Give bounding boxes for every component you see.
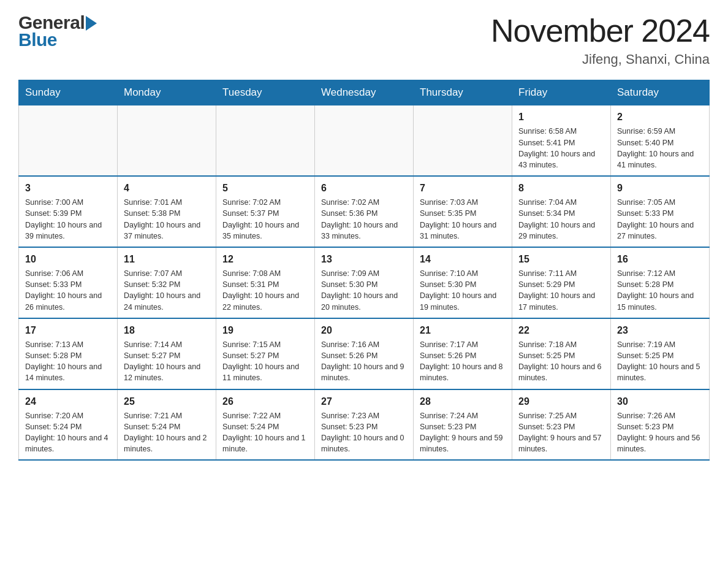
calendar-cell: 14Sunrise: 7:10 AM Sunset: 5:30 PM Dayli… (414, 247, 512, 318)
weekday-header-saturday: Saturday (611, 80, 710, 105)
day-info: Sunrise: 7:11 AM Sunset: 5:29 PM Dayligh… (518, 268, 604, 313)
calendar-cell: 6Sunrise: 7:02 AM Sunset: 5:36 PM Daylig… (315, 176, 414, 247)
day-number: 28 (420, 395, 506, 408)
day-number: 10 (25, 253, 111, 266)
day-info: Sunrise: 7:02 AM Sunset: 5:37 PM Dayligh… (222, 197, 308, 242)
calendar-cell: 3Sunrise: 7:00 AM Sunset: 5:39 PM Daylig… (19, 176, 118, 247)
day-number: 27 (321, 395, 407, 408)
day-number: 22 (518, 324, 604, 337)
month-title: November 2024 (491, 12, 710, 49)
calendar-cell: 22Sunrise: 7:18 AM Sunset: 5:25 PM Dayli… (512, 318, 611, 389)
day-info: Sunrise: 7:03 AM Sunset: 5:35 PM Dayligh… (420, 197, 506, 242)
day-info: Sunrise: 7:22 AM Sunset: 5:24 PM Dayligh… (222, 410, 308, 455)
calendar-week-1: 1Sunrise: 6:58 AM Sunset: 5:41 PM Daylig… (19, 105, 710, 176)
calendar-cell: 28Sunrise: 7:24 AM Sunset: 5:23 PM Dayli… (414, 389, 512, 461)
calendar-cell (118, 105, 216, 176)
day-info: Sunrise: 7:08 AM Sunset: 5:31 PM Dayligh… (222, 268, 308, 313)
day-info: Sunrise: 7:04 AM Sunset: 5:34 PM Dayligh… (518, 197, 604, 242)
calendar-cell: 18Sunrise: 7:14 AM Sunset: 5:27 PM Dayli… (118, 318, 216, 389)
calendar-cell: 8Sunrise: 7:04 AM Sunset: 5:34 PM Daylig… (512, 176, 611, 247)
calendar-cell: 13Sunrise: 7:09 AM Sunset: 5:30 PM Dayli… (315, 247, 414, 318)
day-info: Sunrise: 7:23 AM Sunset: 5:23 PM Dayligh… (321, 410, 407, 455)
calendar-week-5: 24Sunrise: 7:20 AM Sunset: 5:24 PM Dayli… (19, 389, 710, 461)
calendar-cell: 17Sunrise: 7:13 AM Sunset: 5:28 PM Dayli… (19, 318, 118, 389)
calendar-cell: 10Sunrise: 7:06 AM Sunset: 5:33 PM Dayli… (19, 247, 118, 318)
day-info: Sunrise: 7:17 AM Sunset: 5:26 PM Dayligh… (420, 339, 506, 384)
day-number: 15 (518, 253, 604, 266)
day-number: 4 (124, 182, 210, 195)
logo-blue-text: Blue (18, 29, 57, 50)
page-header: General Blue November 2024 Jifeng, Shanx… (18, 12, 710, 67)
calendar-week-3: 10Sunrise: 7:06 AM Sunset: 5:33 PM Dayli… (19, 247, 710, 318)
day-info: Sunrise: 7:02 AM Sunset: 5:36 PM Dayligh… (321, 197, 407, 242)
day-info: Sunrise: 6:58 AM Sunset: 5:41 PM Dayligh… (518, 126, 604, 170)
calendar-week-4: 17Sunrise: 7:13 AM Sunset: 5:28 PM Dayli… (19, 318, 710, 389)
calendar-cell: 15Sunrise: 7:11 AM Sunset: 5:29 PM Dayli… (512, 247, 611, 318)
calendar-cell: 27Sunrise: 7:23 AM Sunset: 5:23 PM Dayli… (315, 389, 414, 461)
day-info: Sunrise: 7:16 AM Sunset: 5:26 PM Dayligh… (321, 339, 407, 384)
day-info: Sunrise: 7:14 AM Sunset: 5:27 PM Dayligh… (124, 339, 210, 384)
calendar-cell: 12Sunrise: 7:08 AM Sunset: 5:31 PM Dayli… (216, 247, 315, 318)
calendar-cell (315, 105, 414, 176)
day-info: Sunrise: 7:18 AM Sunset: 5:25 PM Dayligh… (518, 339, 604, 384)
weekday-header-row: SundayMondayTuesdayWednesdayThursdayFrid… (19, 80, 710, 105)
calendar-cell: 24Sunrise: 7:20 AM Sunset: 5:24 PM Dayli… (19, 389, 118, 461)
day-info: Sunrise: 7:09 AM Sunset: 5:30 PM Dayligh… (321, 268, 407, 313)
day-number: 21 (420, 324, 506, 337)
calendar-cell: 4Sunrise: 7:01 AM Sunset: 5:38 PM Daylig… (118, 176, 216, 247)
calendar-cell: 26Sunrise: 7:22 AM Sunset: 5:24 PM Dayli… (216, 389, 315, 461)
day-number: 24 (25, 395, 111, 408)
weekday-header-sunday: Sunday (19, 80, 118, 105)
calendar-cell: 1Sunrise: 6:58 AM Sunset: 5:41 PM Daylig… (512, 105, 611, 176)
day-number: 12 (222, 253, 308, 266)
day-info: Sunrise: 7:26 AM Sunset: 5:23 PM Dayligh… (617, 410, 703, 455)
calendar-table: SundayMondayTuesdayWednesdayThursdayFrid… (18, 80, 710, 461)
calendar-cell: 29Sunrise: 7:25 AM Sunset: 5:23 PM Dayli… (512, 389, 611, 461)
calendar-week-2: 3Sunrise: 7:00 AM Sunset: 5:39 PM Daylig… (19, 176, 710, 247)
calendar-cell (216, 105, 315, 176)
calendar-cell (19, 105, 118, 176)
day-number: 20 (321, 324, 407, 337)
calendar-cell: 19Sunrise: 7:15 AM Sunset: 5:27 PM Dayli… (216, 318, 315, 389)
calendar-cell: 2Sunrise: 6:59 AM Sunset: 5:40 PM Daylig… (611, 105, 710, 176)
weekday-header-wednesday: Wednesday (315, 80, 414, 105)
location-text: Jifeng, Shanxi, China (491, 52, 710, 67)
calendar-cell: 5Sunrise: 7:02 AM Sunset: 5:37 PM Daylig… (216, 176, 315, 247)
day-number: 6 (321, 182, 407, 195)
day-number: 26 (222, 395, 308, 408)
day-number: 18 (124, 324, 210, 337)
day-info: Sunrise: 6:59 AM Sunset: 5:40 PM Dayligh… (617, 126, 703, 170)
day-info: Sunrise: 7:19 AM Sunset: 5:25 PM Dayligh… (617, 339, 703, 384)
day-number: 8 (518, 182, 604, 195)
day-number: 29 (518, 395, 604, 408)
calendar-cell: 20Sunrise: 7:16 AM Sunset: 5:26 PM Dayli… (315, 318, 414, 389)
day-info: Sunrise: 7:07 AM Sunset: 5:32 PM Dayligh… (124, 268, 210, 313)
day-info: Sunrise: 7:10 AM Sunset: 5:30 PM Dayligh… (420, 268, 506, 313)
calendar-cell: 21Sunrise: 7:17 AM Sunset: 5:26 PM Dayli… (414, 318, 512, 389)
day-number: 7 (420, 182, 506, 195)
day-info: Sunrise: 7:24 AM Sunset: 5:23 PM Dayligh… (420, 410, 506, 455)
day-info: Sunrise: 7:25 AM Sunset: 5:23 PM Dayligh… (518, 410, 604, 455)
day-info: Sunrise: 7:13 AM Sunset: 5:28 PM Dayligh… (25, 339, 111, 384)
calendar-cell: 23Sunrise: 7:19 AM Sunset: 5:25 PM Dayli… (611, 318, 710, 389)
calendar-cell: 7Sunrise: 7:03 AM Sunset: 5:35 PM Daylig… (414, 176, 512, 247)
day-number: 16 (617, 253, 703, 266)
calendar-cell: 16Sunrise: 7:12 AM Sunset: 5:28 PM Dayli… (611, 247, 710, 318)
day-number: 1 (518, 110, 604, 124)
day-number: 5 (222, 182, 308, 195)
day-info: Sunrise: 7:12 AM Sunset: 5:28 PM Dayligh… (617, 268, 703, 313)
day-info: Sunrise: 7:06 AM Sunset: 5:33 PM Dayligh… (25, 268, 111, 313)
day-number: 11 (124, 253, 210, 266)
title-section: November 2024 Jifeng, Shanxi, China (491, 12, 710, 67)
day-number: 19 (222, 324, 308, 337)
day-info: Sunrise: 7:15 AM Sunset: 5:27 PM Dayligh… (222, 339, 308, 384)
day-info: Sunrise: 7:00 AM Sunset: 5:39 PM Dayligh… (25, 197, 111, 242)
day-number: 14 (420, 253, 506, 266)
weekday-header-tuesday: Tuesday (216, 80, 315, 105)
weekday-header-thursday: Thursday (414, 80, 512, 105)
day-number: 30 (617, 395, 703, 408)
weekday-header-monday: Monday (118, 80, 216, 105)
day-info: Sunrise: 7:21 AM Sunset: 5:24 PM Dayligh… (124, 410, 210, 455)
calendar-cell: 9Sunrise: 7:05 AM Sunset: 5:33 PM Daylig… (611, 176, 710, 247)
day-number: 2 (617, 110, 703, 124)
